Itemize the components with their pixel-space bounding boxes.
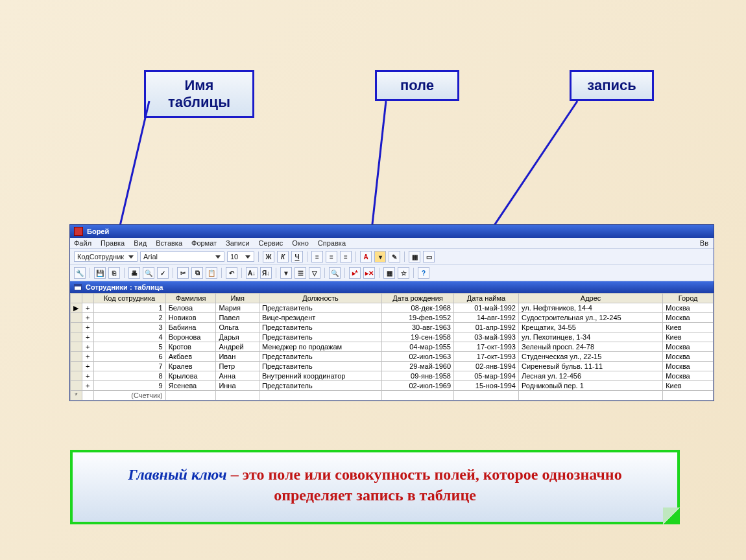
menu-records[interactable]: Записи — [226, 239, 250, 247]
menu-help[interactable]: Справка — [318, 239, 346, 247]
table-row[interactable]: ▶+1БеловаМарияПредставитель08-дек-196801… — [71, 303, 714, 313]
row-selector[interactable]: * — [71, 391, 82, 401]
align-left-button[interactable]: ≡ — [311, 251, 323, 262]
cell-hire[interactable]: 01-апр-1992 — [454, 323, 519, 332]
cell-address[interactable]: Зеленый просп. 24-78 — [518, 342, 662, 352]
copy-button[interactable]: ⧉ — [191, 267, 203, 279]
cell-firstname[interactable]: Павел — [216, 313, 259, 323]
cell-dob[interactable]: 02-июл-1963 — [381, 352, 453, 362]
expand-icon[interactable]: + — [82, 381, 93, 391]
cell-address[interactable]: Студенческая ул., 22-15 — [518, 352, 662, 362]
cell-dob[interactable]: 19-фев-1952 — [381, 313, 453, 323]
subwindow-titlebar[interactable]: Сотрудники : таблица — [70, 281, 714, 293]
cell-firstname[interactable]: Дарья — [216, 332, 259, 342]
cell-id[interactable]: 6 — [93, 352, 165, 362]
cell-lastname[interactable]: Бабкина — [165, 323, 216, 332]
cell-id-placeholder[interactable]: (Счетчик) — [93, 391, 165, 401]
cell-hire[interactable]: 15-ноя-1994 — [454, 381, 519, 391]
app-titlebar[interactable]: Борей — [70, 225, 714, 238]
cell-dob[interactable]: 30-авг-1963 — [381, 323, 453, 332]
header-row[interactable]: Код сотрудника Фамилия Имя Должность Дат… — [71, 294, 714, 303]
font-color-button[interactable]: A — [360, 251, 372, 262]
cell-lastname[interactable]: Крылова — [165, 371, 216, 381]
cell-id[interactable]: 7 — [93, 362, 165, 371]
cell-lastname[interactable]: Ясенева — [165, 381, 216, 391]
expand-icon[interactable]: + — [82, 371, 93, 381]
cell-id[interactable]: 3 — [93, 323, 165, 332]
new-record-row[interactable]: *(Счетчик) — [71, 391, 714, 401]
row-selector[interactable] — [71, 371, 82, 381]
cell-city[interactable]: Киев — [663, 332, 714, 342]
cell-id[interactable]: 5 — [93, 342, 165, 352]
cell-city[interactable]: Москва — [663, 371, 714, 381]
row-selector[interactable] — [71, 362, 82, 371]
cell-dob[interactable]: 08-дек-1968 — [381, 303, 453, 313]
cell-dob[interactable]: 04-мар-1955 — [381, 342, 453, 352]
cell-lastname[interactable]: Воронова — [165, 332, 216, 342]
view-button[interactable]: 🔧 — [74, 267, 86, 279]
preview-button[interactable]: 🔍 — [143, 267, 154, 279]
italic-button[interactable]: К — [277, 251, 289, 262]
col-hire[interactable]: Дата найма — [454, 294, 519, 303]
cell-position[interactable]: Менеджер по продажам — [259, 342, 382, 352]
expand-icon[interactable]: + — [82, 332, 93, 342]
cell-id[interactable]: 8 — [93, 371, 165, 381]
export-button[interactable]: ⎘ — [108, 267, 120, 279]
cell-address[interactable]: Родниковый пер. 1 — [518, 381, 662, 391]
datasheet[interactable]: Код сотрудника Фамилия Имя Должность Дат… — [70, 293, 714, 401]
new-record-button[interactable]: ▸* — [349, 267, 361, 279]
gridlines-button[interactable]: ▦ — [409, 251, 420, 262]
font-size-selector[interactable]: 10 — [227, 251, 254, 262]
toggle-filter-button[interactable]: ▽ — [309, 267, 320, 279]
col-dob[interactable]: Дата рождения — [381, 294, 453, 303]
delete-record-button[interactable]: ▸✕ — [363, 267, 375, 279]
undo-button[interactable]: ↶ — [226, 267, 237, 279]
table-row[interactable]: +8КрыловаАннаВнутренний координатор09-ян… — [71, 371, 714, 381]
row-selector[interactable] — [71, 381, 82, 391]
cell-dob[interactable]: 09-янв-1958 — [381, 371, 453, 381]
table-row[interactable]: +2НовиковПавелВице-президент19-фев-19521… — [71, 313, 714, 323]
cell-dob[interactable]: 29-май-1960 — [381, 362, 453, 371]
cell-position[interactable]: Представитель — [259, 381, 382, 391]
underline-button[interactable]: Ч — [291, 251, 303, 262]
cell-hire[interactable]: 14-авг-1992 — [454, 313, 519, 323]
cell-hire[interactable]: 01-май-1992 — [454, 303, 519, 313]
expand-icon[interactable]: + — [82, 362, 93, 371]
cell-position[interactable]: Представитель — [259, 362, 382, 371]
field-selector[interactable]: КодСотрудник — [74, 251, 138, 262]
cell-position[interactable]: Представитель — [259, 332, 382, 342]
row-selector[interactable] — [71, 352, 82, 362]
col-lastname[interactable]: Фамилия — [165, 294, 216, 303]
filter-selection-button[interactable]: ▼ — [280, 267, 292, 279]
col-id[interactable]: Код сотрудника — [93, 294, 165, 303]
cell-lastname[interactable]: Кротов — [165, 342, 216, 352]
save-button[interactable]: 💾 — [94, 267, 106, 279]
menu-edit[interactable]: Правка — [101, 239, 125, 247]
cell-position[interactable]: Представитель — [259, 323, 382, 332]
cell-lastname[interactable]: Новиков — [165, 313, 216, 323]
cell-id[interactable]: 1 — [93, 303, 165, 313]
print-button[interactable]: 🖶 — [128, 267, 140, 279]
db-window-button[interactable]: ▦ — [383, 267, 395, 279]
cell-firstname[interactable]: Анна — [216, 371, 259, 381]
new-object-button[interactable]: ☆ — [398, 267, 409, 279]
spelling-button[interactable]: ✓ — [157, 267, 169, 279]
table-row[interactable]: +3БабкинаОльгаПредставитель30-авг-196301… — [71, 323, 714, 332]
cell-city[interactable]: Москва — [663, 313, 714, 323]
sort-asc-button[interactable]: A↓ — [246, 267, 258, 279]
row-selector[interactable]: ▶ — [71, 303, 82, 313]
cell-firstname[interactable]: Петр — [216, 362, 259, 371]
cell-position[interactable]: Внутренний координатор — [259, 371, 382, 381]
cell-city[interactable]: Киев — [663, 381, 714, 391]
cell-position[interactable]: Вице-президент — [259, 313, 382, 323]
font-selector[interactable]: Arial — [140, 251, 224, 262]
cell-address[interactable]: ул. Нефтяников, 14-4 — [518, 303, 662, 313]
paste-button[interactable]: 📋 — [206, 267, 217, 279]
row-selector[interactable] — [71, 323, 82, 332]
cell-address[interactable]: ул. Пехотинцев, 1-34 — [518, 332, 662, 342]
menu-format[interactable]: Формат — [191, 239, 217, 247]
cell-position[interactable]: Представитель — [259, 352, 382, 362]
cell-city[interactable]: Киев — [663, 323, 714, 332]
table-row[interactable]: +5КротовАндрейМенеджер по продажам04-мар… — [71, 342, 714, 352]
menu-file[interactable]: Файл — [74, 239, 91, 247]
